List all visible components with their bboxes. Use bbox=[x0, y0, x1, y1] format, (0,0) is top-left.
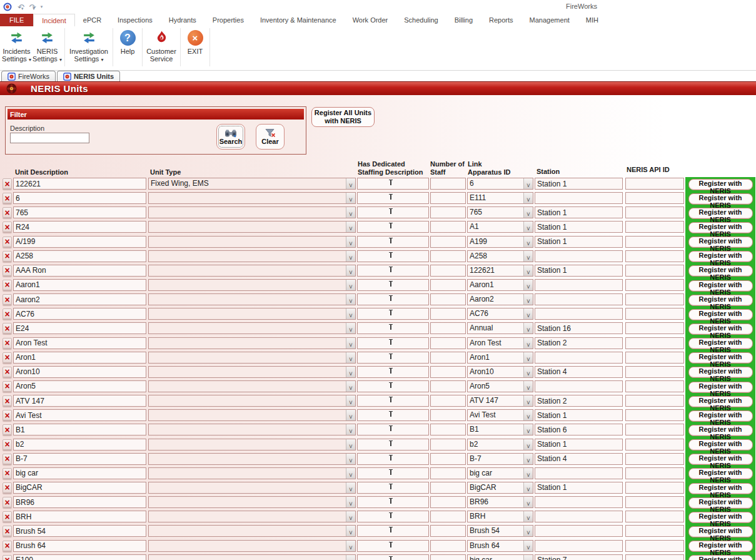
chevron-down-icon[interactable]: ˅ bbox=[346, 381, 355, 392]
delete-row-button[interactable]: × bbox=[3, 410, 12, 420]
chevron-down-icon[interactable]: ˅ bbox=[523, 237, 533, 247]
unit-description-input[interactable] bbox=[13, 293, 146, 305]
tab-properties[interactable]: Properties bbox=[204, 14, 252, 26]
chevron-down-icon[interactable]: ˅ bbox=[346, 237, 355, 247]
link-apparatus-dropdown[interactable]: Aron Test ˅ bbox=[467, 337, 533, 349]
delete-row-button[interactable]: × bbox=[3, 439, 12, 450]
chevron-down-icon[interactable]: ˅ bbox=[346, 294, 355, 305]
neris-api-id-input[interactable] bbox=[625, 511, 684, 522]
station-input[interactable] bbox=[535, 511, 623, 522]
register-with-neris-button[interactable]: Register with NERIS bbox=[688, 367, 753, 378]
delete-row-button[interactable]: × bbox=[3, 482, 12, 493]
delete-row-button[interactable]: × bbox=[3, 193, 12, 203]
link-apparatus-dropdown[interactable]: Aaron2 ˅ bbox=[467, 293, 533, 305]
unit-type-dropdown[interactable]: ˅ bbox=[148, 293, 356, 305]
station-input[interactable] bbox=[535, 366, 623, 378]
delete-row-button[interactable]: × bbox=[3, 367, 12, 377]
number-of-staff-cell[interactable] bbox=[430, 308, 466, 320]
unit-description-input[interactable] bbox=[13, 221, 146, 233]
tab-epcr[interactable]: ePCR bbox=[75, 14, 109, 26]
chevron-down-icon[interactable]: ˅ bbox=[523, 294, 533, 305]
unit-description-input[interactable] bbox=[13, 265, 146, 277]
unit-type-dropdown[interactable]: ˅ bbox=[148, 337, 356, 349]
register-with-neris-button[interactable]: Register with NERIS bbox=[688, 483, 753, 494]
redo-button[interactable]: ↷▾ bbox=[29, 1, 34, 13]
number-of-staff-cell[interactable] bbox=[430, 352, 466, 364]
chevron-down-icon[interactable]: ˅ bbox=[523, 526, 533, 536]
unit-type-dropdown[interactable]: ˅ bbox=[148, 482, 356, 494]
register-with-neris-button[interactable]: Register with NERIS bbox=[688, 382, 753, 393]
chevron-down-icon[interactable]: ˅ bbox=[523, 497, 533, 507]
delete-row-button[interactable]: × bbox=[3, 338, 12, 349]
link-apparatus-dropdown[interactable]: Aron10 ˅ bbox=[467, 366, 533, 378]
neris-api-id-input[interactable] bbox=[625, 554, 684, 560]
unit-description-input[interactable] bbox=[13, 322, 146, 334]
station-input[interactable] bbox=[535, 279, 623, 291]
station-input[interactable] bbox=[535, 265, 623, 277]
chevron-down-icon[interactable]: ˅ bbox=[346, 352, 355, 363]
chevron-down-icon[interactable]: ˅ bbox=[523, 308, 533, 319]
link-apparatus-dropdown[interactable]: BigCAR ˅ bbox=[467, 482, 533, 494]
chevron-down-icon[interactable]: ˅ bbox=[523, 424, 533, 435]
neris-api-id-input[interactable] bbox=[625, 192, 684, 204]
unit-description-input[interactable] bbox=[13, 337, 146, 349]
chevron-down-icon[interactable]: ˅ bbox=[523, 280, 533, 290]
delete-row-button[interactable]: × bbox=[3, 280, 12, 290]
tab-incident[interactable]: Incident bbox=[33, 14, 75, 26]
chevron-down-icon[interactable]: ˅ bbox=[346, 178, 355, 189]
neris-api-id-input[interactable] bbox=[625, 409, 684, 421]
unit-type-dropdown[interactable]: ˅ bbox=[148, 511, 356, 522]
unit-type-dropdown[interactable]: ˅ bbox=[148, 439, 356, 451]
number-of-staff-cell[interactable] bbox=[430, 206, 466, 218]
register-with-neris-button[interactable]: Register with NERIS bbox=[688, 454, 753, 465]
chevron-down-icon[interactable]: ˅ bbox=[523, 395, 533, 406]
staffing-description-cell[interactable] bbox=[357, 250, 429, 262]
unit-type-dropdown[interactable]: ˅ bbox=[148, 525, 356, 537]
unit-type-dropdown[interactable]: ˅ bbox=[148, 380, 356, 392]
neris-api-id-input[interactable] bbox=[625, 380, 684, 392]
chevron-down-icon[interactable]: ˅ bbox=[523, 352, 533, 363]
staffing-description-cell[interactable] bbox=[357, 337, 429, 349]
station-input[interactable] bbox=[535, 453, 623, 465]
delete-row-button[interactable]: × bbox=[3, 251, 12, 262]
register-with-neris-button[interactable]: Register with NERIS bbox=[688, 338, 753, 349]
unit-description-input[interactable] bbox=[13, 192, 146, 204]
chevron-down-icon[interactable]: ˅ bbox=[523, 468, 533, 479]
register-with-neris-button[interactable]: Register with NERIS bbox=[688, 179, 753, 190]
unit-description-input[interactable] bbox=[13, 366, 146, 378]
staffing-description-cell[interactable] bbox=[357, 380, 429, 392]
delete-row-button[interactable]: × bbox=[3, 497, 12, 507]
chevron-down-icon[interactable]: ˅ bbox=[346, 251, 355, 262]
delete-row-button[interactable]: × bbox=[3, 294, 12, 305]
staffing-description-cell[interactable] bbox=[357, 395, 429, 407]
neris-api-id-input[interactable] bbox=[625, 453, 684, 465]
station-input[interactable] bbox=[535, 206, 623, 218]
unit-type-dropdown[interactable]: ˅ bbox=[148, 395, 356, 407]
unit-type-dropdown[interactable]: Fixed Wing, EMS ˅ bbox=[148, 178, 356, 190]
chevron-down-icon[interactable]: ˅ bbox=[346, 308, 355, 319]
chevron-down-icon[interactable]: ˅ bbox=[346, 367, 355, 377]
tab-scheduling[interactable]: Scheduling bbox=[396, 14, 446, 26]
ribbon-button-neris-settings[interactable]: NERIS Settings ▾ bbox=[32, 26, 63, 70]
number-of-staff-cell[interactable] bbox=[430, 236, 466, 248]
delete-row-button[interactable]: × bbox=[3, 265, 12, 276]
link-apparatus-dropdown[interactable]: A199 ˅ bbox=[467, 236, 533, 248]
unit-description-input[interactable] bbox=[13, 308, 146, 320]
chevron-down-icon[interactable]: ˅ bbox=[523, 323, 533, 333]
register-with-neris-button[interactable]: Register with NERIS bbox=[688, 497, 753, 509]
unit-description-input[interactable] bbox=[13, 279, 146, 291]
delete-row-button[interactable]: × bbox=[3, 221, 12, 232]
station-input[interactable] bbox=[535, 221, 623, 233]
station-input[interactable] bbox=[535, 337, 623, 349]
unit-description-input[interactable] bbox=[13, 395, 146, 407]
unit-type-dropdown[interactable]: ˅ bbox=[148, 540, 356, 552]
chevron-down-icon[interactable]: ˅ bbox=[523, 221, 533, 232]
register-with-neris-button[interactable]: Register with NERIS bbox=[688, 323, 753, 335]
unit-type-dropdown[interactable]: ˅ bbox=[148, 308, 356, 320]
neris-api-id-input[interactable] bbox=[625, 206, 684, 218]
link-apparatus-dropdown[interactable]: big car ˅ bbox=[467, 467, 533, 479]
link-apparatus-dropdown[interactable]: ATV 147 ˅ bbox=[467, 395, 533, 407]
register-with-neris-button[interactable]: Register with NERIS bbox=[688, 280, 753, 292]
delete-row-button[interactable]: × bbox=[3, 308, 12, 319]
neris-api-id-input[interactable] bbox=[625, 352, 684, 364]
